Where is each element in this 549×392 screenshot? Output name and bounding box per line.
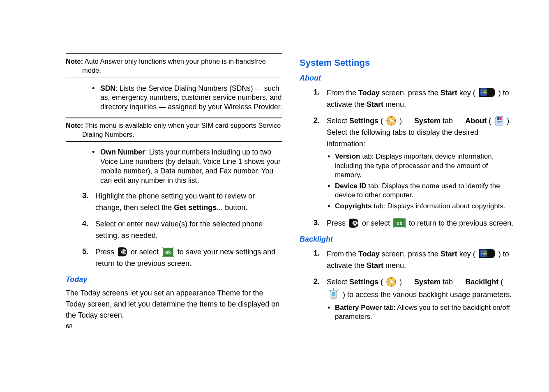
note-text: Auto Answer only functions when your pho… — [82, 58, 266, 74]
version-label: Version — [335, 152, 360, 160]
txt: ) — [397, 117, 414, 125]
step4-text: Select or enter new value(s) for the sel… — [95, 219, 282, 242]
txt: menu. — [383, 100, 406, 108]
txt: From the — [327, 89, 358, 97]
txt: tab — [441, 117, 465, 125]
today-label: Today — [358, 250, 380, 258]
start-key-icon — [479, 87, 495, 98]
sdn-label: SDN — [100, 84, 115, 92]
note-sim: Note: This menu is available only when y… — [66, 121, 282, 139]
copyrights-label: Copyrights — [335, 202, 372, 210]
step-3: 3. Highlight the phone setting you want … — [82, 191, 282, 214]
backlight-icon — [328, 288, 339, 300]
start-menu-label: Start — [367, 100, 383, 108]
txt: menu. — [383, 261, 406, 270]
txt: ( — [378, 278, 385, 286]
txt: Press — [327, 219, 348, 227]
bullet-sdn: SDN: Lists the Service Dialing Numbers (… — [91, 84, 282, 112]
txt: screen, press the — [380, 89, 441, 97]
backlight-label: Backlight — [465, 278, 498, 286]
settings-label: Settings — [349, 278, 378, 286]
txt: From the — [327, 250, 358, 258]
bullet-battery-power: Battery Power tab: Allows you to set the… — [327, 303, 516, 321]
own-number-label: Own Number — [100, 148, 145, 156]
system-tab-label: System — [414, 117, 441, 125]
ok-key-icon — [118, 247, 127, 257]
get-settings-label: Get settings — [174, 203, 217, 212]
bullet-copyrights: Copyrights tab: Displays information abo… — [327, 202, 516, 211]
left-column: Note: Auto Answer only functions when yo… — [66, 53, 282, 392]
txt: Select — [327, 278, 349, 286]
step-number: 5. — [82, 247, 95, 270]
step-number: 2. — [314, 277, 327, 323]
note-label: Note: — [66, 122, 83, 129]
note-label: Note: — [66, 58, 83, 65]
battery-power-label: Battery Power — [335, 304, 382, 311]
start-label: Start — [441, 89, 457, 97]
txt: ( — [378, 117, 385, 125]
step3-b: ... button. — [217, 203, 247, 212]
about-label: About — [465, 117, 487, 125]
txt: screen, press the — [380, 250, 441, 258]
txt: ( — [498, 278, 503, 286]
bullet-own-number: Own Number: Lists your numbers including… — [91, 148, 282, 185]
page-number: 68 — [66, 322, 73, 330]
today-label: Today — [358, 89, 380, 97]
txt: key ( — [457, 250, 477, 258]
txt: key ( — [457, 89, 477, 97]
txt: Select — [327, 117, 349, 125]
about-icon — [494, 116, 503, 126]
bullet-version: Version tab: Displays important device i… — [327, 152, 516, 179]
system-tab-label: System — [414, 278, 441, 286]
start-key-icon — [479, 248, 495, 259]
step-number: 3. — [314, 218, 327, 229]
txt: ) — [397, 278, 414, 286]
step5-b: or select — [131, 248, 161, 256]
ok-button-icon — [162, 247, 174, 257]
sdn-text: : Lists the Service Dialing Numbers (SDN… — [100, 84, 282, 111]
about-step-1: 1. From the Today screen, press the Star… — [314, 87, 516, 111]
step-number: 4. — [82, 219, 95, 242]
system-settings-heading: System Settings — [300, 57, 516, 69]
txt: or select — [362, 219, 392, 227]
step-4: 4. Select or enter new value(s) for the … — [82, 219, 282, 242]
settings-icon — [386, 277, 396, 287]
step-5: 5. Press or select to save your new sett… — [82, 247, 282, 270]
about-heading: About — [300, 73, 516, 83]
about-step-2: 2. Select Settings ( ) System tab About … — [314, 115, 516, 213]
txt: tab — [441, 278, 465, 286]
copyrights-text: tab: Displays information about copyrigh… — [372, 202, 505, 210]
txt: ) to access the various backlight usage … — [341, 291, 512, 299]
txt: to return to the previous screen. — [409, 219, 513, 227]
backlight-step-1: 1. From the Today screen, press the Star… — [314, 248, 516, 272]
settings-label: Settings — [349, 117, 378, 125]
backlight-heading: Backlight — [300, 234, 516, 244]
start-menu-label: Start — [367, 261, 383, 270]
settings-icon — [386, 116, 396, 126]
note-auto-answer: Note: Auto Answer only functions when yo… — [66, 57, 282, 75]
note-text: This menu is available only when your SI… — [82, 122, 281, 138]
ok-button-icon — [393, 218, 406, 228]
step-number: 1. — [314, 87, 327, 111]
step-number: 3. — [82, 191, 95, 214]
bullet-device-id: Device ID tab: Displays the name used to… — [327, 182, 516, 200]
device-id-label: Device ID — [335, 182, 367, 190]
start-label: Start — [441, 250, 457, 258]
step-number: 2. — [314, 115, 327, 213]
backlight-step-2: 2. Select Settings ( ) System tab Backli… — [314, 277, 516, 323]
today-heading: Today — [66, 274, 282, 284]
today-paragraph: The Today screens let you set an appeara… — [66, 288, 282, 321]
step5-a: Press — [95, 248, 116, 256]
right-column: System Settings About 1. From the Today … — [300, 53, 516, 392]
about-step-3: 3. Press or select to return to the prev… — [314, 218, 516, 229]
step-number: 1. — [314, 248, 327, 272]
ok-key-icon — [349, 218, 359, 228]
txt: ( — [487, 117, 493, 125]
